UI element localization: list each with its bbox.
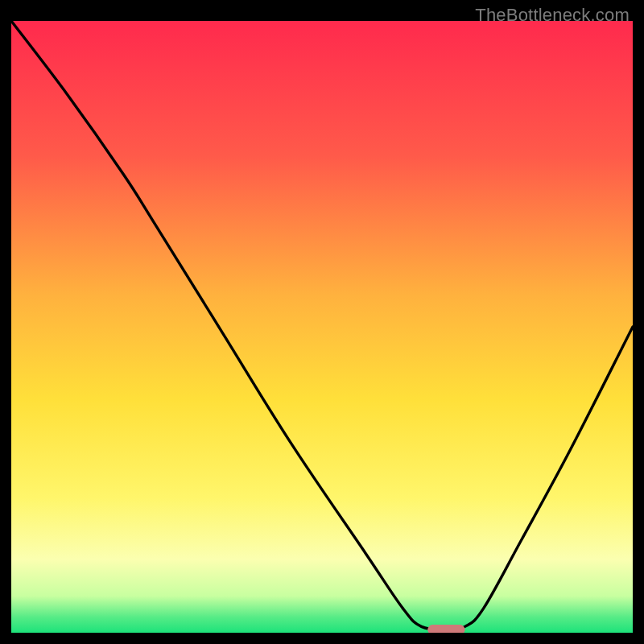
bottleneck-chart [11,21,633,633]
optimal-marker [427,625,464,633]
chart-frame [11,21,633,633]
watermark-text: TheBottleneck.com [475,5,630,26]
chart-background [11,21,633,633]
